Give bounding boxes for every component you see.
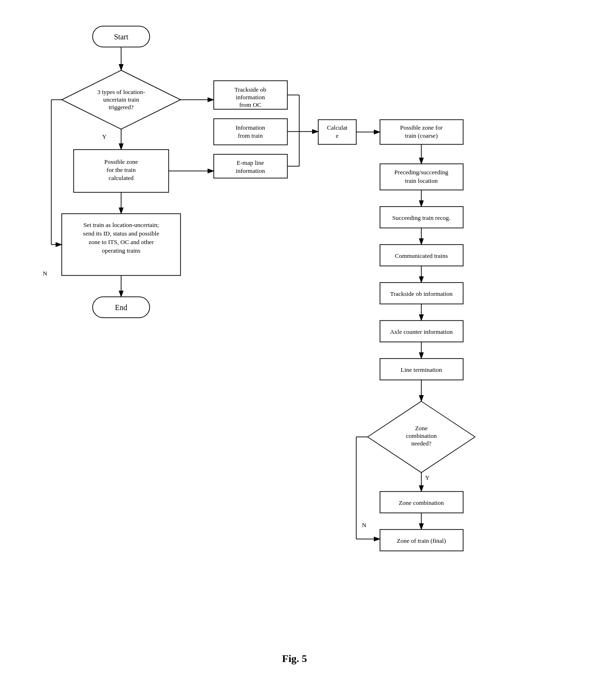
svg-text:combination: combination (406, 432, 437, 439)
decision1-label: 3 types of location- (97, 88, 145, 95)
flowchart-svg: Start 3 types of location- uncertain tra… (0, 0, 589, 674)
trackside-ob2-label: Trackside ob information (390, 290, 453, 297)
decision2-label: Zone (415, 425, 428, 432)
svg-text:operating trains: operating trains (102, 247, 140, 254)
succeeding-recog-label: Succeeding train recog. (392, 214, 450, 221)
communicated-label: Communicated trains (395, 252, 448, 259)
figure-caption: Fig. 5 (282, 653, 307, 665)
svg-text:e: e (336, 132, 339, 139)
emap-label: E-map line (237, 159, 264, 166)
start-label: Start (114, 33, 129, 41)
zone-combination-label: Zone combination (399, 499, 444, 506)
svg-text:from train: from train (238, 132, 263, 139)
preceding-label: Preceding/succeeding (394, 169, 448, 176)
diagram-container: Start 3 types of location- uncertain tra… (0, 0, 589, 674)
n-label-decision1: N (43, 270, 48, 277)
n-label-decision2: N (362, 521, 367, 529)
svg-text:train (coarse): train (coarse) (405, 132, 438, 139)
zone-final-label: Zone of train (final) (397, 537, 446, 544)
svg-rect-12 (214, 154, 287, 178)
calculate-label: Calculat (327, 124, 348, 131)
trackside-oc-label: Trackside ob (234, 86, 266, 93)
possible-zone-label: Possible zone (104, 158, 138, 165)
svg-text:triggered?: triggered? (109, 104, 134, 111)
svg-text:send its ID, status and possib: send its ID, status and possible (83, 230, 160, 237)
svg-text:uncertain train: uncertain train (103, 96, 139, 103)
y-label-decision2: Y (425, 474, 430, 481)
y-label-decision1: Y (102, 133, 107, 140)
svg-text:information: information (236, 167, 265, 174)
svg-text:zone to ITS, OC and other: zone to ITS, OC and other (88, 238, 154, 246)
info-train-label: Information (236, 124, 266, 131)
svg-text:for the train: for the train (106, 166, 136, 173)
end-label: End (115, 303, 127, 312)
possible-coarse-label: Possible zone for (400, 124, 443, 131)
svg-text:from OC: from OC (239, 101, 262, 108)
svg-text:needed?: needed? (411, 440, 432, 447)
line-termination-label: Line termination (400, 366, 442, 373)
set-train-label: Set train as location-uncertain; (83, 221, 159, 228)
svg-text:information: information (236, 94, 265, 101)
axle-counter-label: Axle counter information (390, 328, 453, 335)
svg-text:calculated: calculated (109, 174, 134, 181)
svg-text:train location: train location (405, 177, 438, 184)
